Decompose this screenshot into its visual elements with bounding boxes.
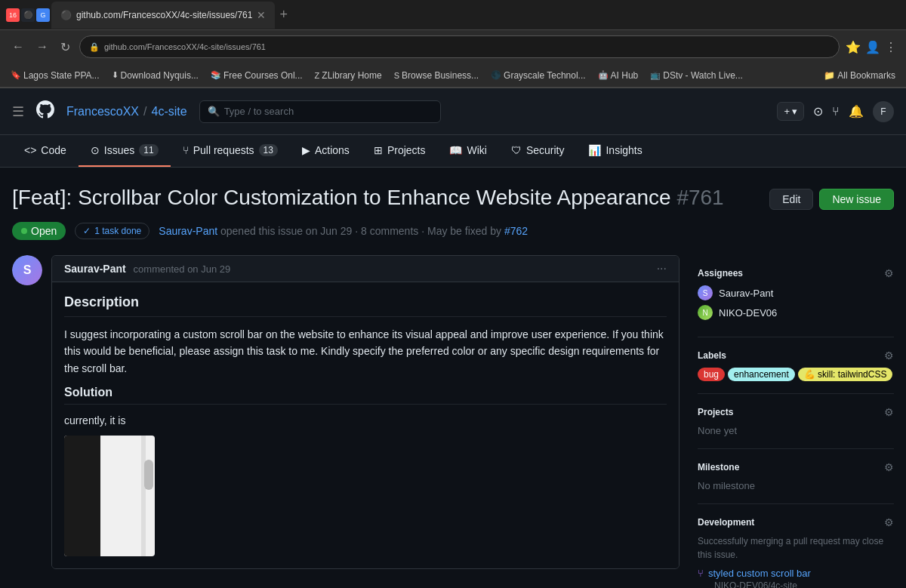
comment-header-left: Saurav-Pant commented on Jun 29	[64, 263, 230, 275]
bookmark-icon-5: 🌑	[491, 70, 501, 80]
close-tab-icon[interactable]: ✕	[257, 9, 266, 21]
task-badge: ✓ 1 task done	[75, 223, 149, 239]
nav-actions[interactable]: ▶ Actions	[290, 135, 362, 167]
browser-toolbar: ← → ↻ 🔒 github.com/FrancescoXX/4c-site/i…	[0, 30, 906, 63]
issues-icon[interactable]: ⊙	[813, 104, 823, 119]
nav-insights[interactable]: 📊 Insights	[576, 135, 654, 167]
all-bookmarks-label: All Bookmarks	[837, 70, 895, 81]
bookmark-item-5[interactable]: 🌑 Grayscale Technol...	[486, 69, 590, 82]
bookmark-item-all[interactable]: 📁 All Bookmarks	[819, 69, 900, 82]
new-tab-button[interactable]: +	[279, 7, 288, 23]
comment-wrapper: S Saurav-Pant commented on Jun 29 ··· De…	[12, 255, 680, 569]
avatar[interactable]: F	[873, 101, 894, 122]
comment-more-options[interactable]: ···	[657, 262, 667, 276]
nav-projects-label: Projects	[387, 144, 426, 156]
browser-tab-icons: 16 ⚫ G	[6, 8, 50, 22]
address-bar[interactable]: 🔒 github.com/FrancescoXX/4c-site/issues/…	[79, 35, 840, 58]
nav-wiki[interactable]: 📖 Wiki	[437, 135, 498, 167]
nav-issues[interactable]: ⊙ Issues 11	[79, 135, 171, 167]
pr-link[interactable]: ⑂ styled custom scroll bar	[698, 568, 894, 579]
breadcrumb-user[interactable]: FrancescoXX	[66, 105, 139, 119]
nav-projects[interactable]: ⊞ Projects	[362, 135, 438, 167]
projects-title: Projects	[698, 407, 733, 417]
development-section: Development ⚙ Successfully merging a pul…	[698, 504, 894, 588]
scrollbar-handle	[144, 460, 153, 490]
description-text: I suggest incorporating a custom scroll …	[64, 326, 667, 377]
forward-button[interactable]: →	[33, 37, 51, 57]
nav-security[interactable]: 🛡 Security	[499, 135, 577, 167]
nav-code-label: Code	[41, 144, 66, 156]
menu-icon[interactable]: ⋮	[885, 40, 897, 54]
pr-entry: ⑂ styled custom scroll bar NIKO-DEV06/4c…	[698, 568, 894, 588]
bookmark-item-1[interactable]: ⬇ Download Nyquis...	[107, 69, 203, 82]
issue-number: #761	[676, 186, 723, 209]
development-info: Successfully merging a pull request may …	[698, 534, 894, 562]
issue-sidebar: Assignees ⚙ S Saurav-Pant N NIKO-DEV06 L…	[698, 255, 894, 588]
assignee-avatar-1: N	[698, 305, 713, 320]
assignees-gear-icon[interactable]: ⚙	[884, 267, 894, 279]
bookmark-item-7[interactable]: 📺 DStv - Watch Live...	[646, 69, 747, 82]
bookmark-icon-3: Z	[315, 71, 320, 80]
bookmark-item-4[interactable]: S Browse Business...	[390, 69, 483, 82]
actions-icon: ▶	[302, 144, 310, 156]
assignee-name-1[interactable]: NIKO-DEV06	[719, 307, 777, 319]
bookmark-icon-4: S	[394, 71, 399, 80]
assignees-header: Assignees ⚙	[698, 267, 894, 279]
label-bug[interactable]: bug	[698, 368, 725, 381]
lock-icon: 🔒	[89, 42, 100, 52]
plus-chevron: ▾	[792, 106, 797, 117]
nav-code[interactable]: <> Code	[12, 135, 79, 167]
breadcrumb-repo[interactable]: 4c-site	[152, 105, 187, 119]
reload-button[interactable]: ↻	[57, 37, 73, 57]
milestone-gear-icon[interactable]: ⚙	[884, 461, 894, 473]
assignees-section: Assignees ⚙ S Saurav-Pant N NIKO-DEV06	[698, 255, 894, 337]
projects-gear-icon[interactable]: ⚙	[884, 406, 894, 418]
bookmarks-bar: 🔖 Lagos State PPA... ⬇ Download Nyquis..…	[0, 63, 906, 88]
bookmark-item-2[interactable]: 📚 Free Courses Onl...	[206, 69, 307, 82]
bookmark-label-7: DStv - Watch Live...	[663, 70, 743, 81]
scrollbar-preview-image	[64, 436, 155, 556]
bookmark-item-0[interactable]: 🔖 Lagos State PPA...	[6, 69, 104, 82]
prs-icon[interactable]: ⑂	[832, 105, 840, 119]
fix-pr-link[interactable]: #762	[504, 225, 528, 237]
security-icon: 🛡	[511, 144, 522, 156]
nav-insights-label: Insights	[606, 144, 642, 156]
labels-title: Labels	[698, 350, 726, 361]
back-button[interactable]: ←	[9, 37, 27, 57]
assignee-1: N NIKO-DEV06	[698, 305, 894, 320]
milestone-section: Milestone ⚙ No milestone	[698, 449, 894, 504]
profile-icon[interactable]: 👤	[865, 40, 880, 54]
notifications-icon[interactable]: 🔔	[849, 104, 864, 119]
bookmark-label-1: Download Nyquis...	[121, 70, 199, 81]
new-issue-button[interactable]: New issue	[819, 189, 894, 210]
edit-button[interactable]: Edit	[769, 189, 813, 210]
labels-gear-icon[interactable]: ⚙	[884, 349, 894, 362]
header-actions: + ▾ ⊙ ⑂ 🔔 F	[777, 101, 894, 122]
author-link[interactable]: Saurav-Pant	[159, 225, 217, 237]
plus-button[interactable]: + ▾	[777, 102, 804, 121]
assignee-name-0[interactable]: Saurav-Pant	[719, 288, 773, 299]
search-box[interactable]: 🔍 Type / to search	[199, 100, 441, 123]
comment-author[interactable]: Saurav-Pant	[64, 263, 126, 275]
status-badge: Open	[12, 222, 66, 240]
label-tailwind[interactable]: 💪 skill: tailwindCSS	[798, 368, 893, 381]
browser-chrome: 16 ⚫ G ⚫ github.com/FrancescoXX/4c-site/…	[0, 0, 906, 88]
label-enhancement[interactable]: enhancement	[728, 368, 795, 381]
nav-prs[interactable]: ⑂ Pull requests 13	[171, 135, 290, 167]
tab-title: ⚫	[60, 10, 72, 20]
github-logo[interactable]	[36, 100, 54, 123]
issue-meta: Open ✓ 1 task done Saurav-Pant opened th…	[12, 222, 894, 240]
active-tab[interactable]: ⚫ github.com/FrancescoXX/4c-site/issues/…	[51, 2, 275, 29]
task-text: 1 task done	[94, 226, 141, 236]
projects-icon: ⊞	[374, 144, 383, 156]
extensions-icon[interactable]: ⭐	[846, 40, 861, 54]
development-gear-icon[interactable]: ⚙	[884, 516, 894, 528]
bookmark-item-6[interactable]: 🤖 AI Hub	[593, 69, 643, 82]
hamburger-icon[interactable]: ☰	[12, 103, 24, 120]
bookmark-item-3[interactable]: Z ZLibrary Home	[310, 69, 387, 82]
milestone-empty: No milestone	[698, 480, 755, 491]
bookmark-label-5: Grayscale Technol...	[504, 70, 586, 81]
code-icon: <>	[24, 144, 36, 156]
milestone-header: Milestone ⚙	[698, 461, 894, 473]
bookmark-label: Lagos State PPA...	[23, 70, 100, 81]
